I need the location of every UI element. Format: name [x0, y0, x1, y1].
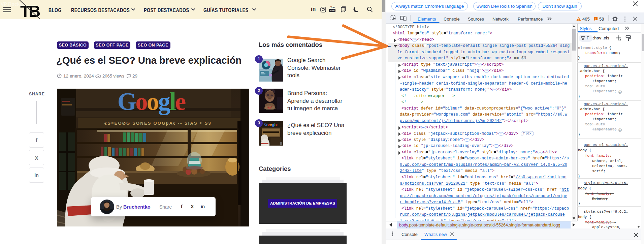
svg-text:Google: Google	[264, 122, 277, 127]
svg-text:Google: Google	[118, 89, 186, 115]
svg-text:€S≈EOØG SONES OOGβAℓ ·• SIAS ≈: €S≈EOØG SONES OOGβAℓ ·• SIAS ≈ S3	[104, 121, 212, 126]
